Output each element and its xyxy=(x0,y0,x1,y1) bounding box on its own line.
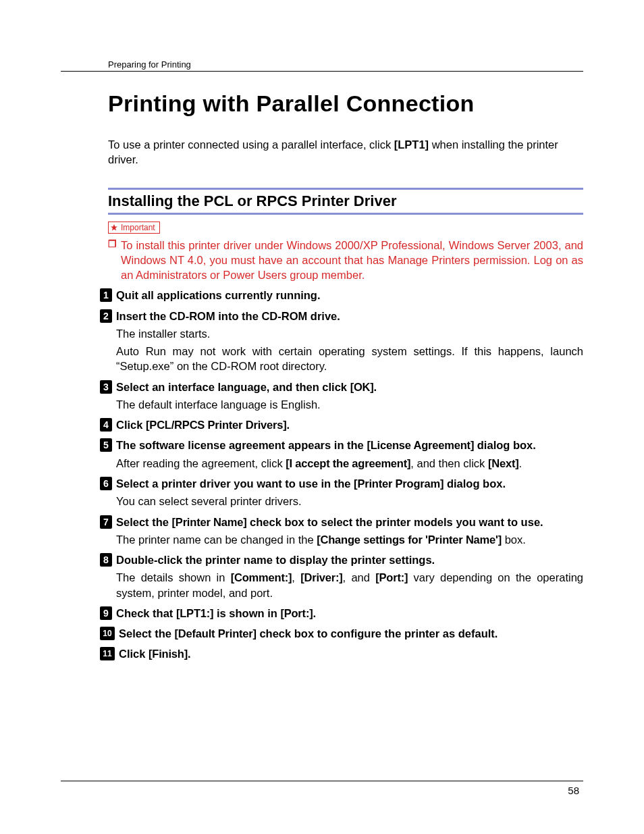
ui-next: [Next] xyxy=(488,457,519,469)
step-title: Double-click the printer name to display… xyxy=(116,552,583,567)
ui-comment: [Comment:] xyxy=(231,571,292,583)
step-title: Select the [Printer Name] check box to s… xyxy=(116,515,583,529)
step-number-icon: 9 xyxy=(100,606,112,620)
section-rule-bottom xyxy=(108,213,583,215)
step-number-icon: 2 xyxy=(100,309,112,323)
important-label: Important xyxy=(121,223,155,232)
step-body: After reading the agreement, click [I ac… xyxy=(116,456,583,471)
svg-marker-0 xyxy=(111,224,117,231)
text: is shown in xyxy=(213,607,280,619)
ui-accept: [I accept the agreement] xyxy=(286,457,410,469)
text: , and xyxy=(343,571,376,583)
ui-printer-program: [Printer Program] xyxy=(354,477,444,490)
text: dialog box. xyxy=(444,477,506,490)
text: dialog box. xyxy=(474,439,536,451)
running-head: Preparing for Printing xyxy=(61,59,583,71)
step-number-icon: 3 xyxy=(100,380,112,394)
text: Click xyxy=(116,419,146,431)
note-bullet-icon: ❐ xyxy=(108,238,117,251)
step-title: Select the [Default Printer] check box t… xyxy=(119,626,583,641)
step-title: Select a printer driver you want to use … xyxy=(116,476,583,491)
intro-ui-lpt1: [LPT1] xyxy=(394,138,429,151)
page-number: 58 xyxy=(568,785,579,796)
step-title: Select an interface language, and then c… xyxy=(116,380,583,394)
ui-pcl-rpcs: [PCL/RPCS Printer Drivers] xyxy=(146,419,286,431)
ui-change-settings: [Change settings for 'Printer Name'] xyxy=(317,533,502,546)
ui-license-agreement: [License Agreement] xyxy=(367,439,474,451)
text: , and then click xyxy=(410,457,488,469)
text: . xyxy=(519,457,522,469)
important-note: ❐ To install this printer driver under W… xyxy=(108,238,583,283)
step-body: Auto Run may not work with certain opera… xyxy=(116,344,583,374)
step-number-icon: 7 xyxy=(100,515,112,529)
text: Click xyxy=(119,648,149,660)
step-body: The default interface language is Englis… xyxy=(116,397,583,412)
step-5: 5 The software license agreement appears… xyxy=(100,438,583,471)
text: The printer name can be changed in the xyxy=(116,533,317,546)
step-number-icon: 8 xyxy=(100,553,112,567)
text: The details shown in xyxy=(116,571,231,583)
step-1: 1 Quit all applications currently runnin… xyxy=(100,288,583,303)
ui-port: [Port:] xyxy=(375,571,408,583)
step-body: The installer starts. xyxy=(116,326,583,341)
step-title: Check that [LPT1:] is shown in [Port:]. xyxy=(116,606,583,621)
section-rule-top xyxy=(108,188,583,190)
text: The software license agreement appears i… xyxy=(116,439,367,451)
step-number-icon: 5 xyxy=(100,438,112,452)
ui-printer-name: [Printer Name] xyxy=(172,516,247,528)
intro-text-pre: To use a printer connected using a paral… xyxy=(108,138,394,151)
page-title: Printing with Parallel Connection xyxy=(108,90,583,117)
text: . xyxy=(188,648,191,660)
step-7: 7 Select the [Printer Name] check box to… xyxy=(100,515,583,548)
text: After reading the agreement, click xyxy=(116,457,286,469)
step-title: The software license agreement appears i… xyxy=(116,438,583,452)
text: , xyxy=(292,571,300,583)
step-3: 3 Select an interface language, and then… xyxy=(100,380,583,413)
star-icon xyxy=(110,224,118,232)
step-4: 4 Click [PCL/RPCS Printer Drivers]. xyxy=(100,417,583,432)
steps-list: 1 Quit all applications currently runnin… xyxy=(100,288,583,661)
step-2: 2 Insert the CD-ROM into the CD-ROM driv… xyxy=(100,309,583,374)
section-heading: Installing the PCL or RPCS Printer Drive… xyxy=(108,192,583,210)
ui-port2: [Port:] xyxy=(280,607,313,619)
step-9: 9 Check that [LPT1:] is shown in [Port:]… xyxy=(100,606,583,621)
text: . xyxy=(313,607,316,619)
important-badge: Important xyxy=(108,221,160,234)
step-number-icon: 10 xyxy=(100,627,115,640)
ui-ok: [OK] xyxy=(350,381,374,393)
step-title: Insert the CD-ROM into the CD-ROM drive. xyxy=(116,309,583,323)
step-body: The details shown in [Comment:], [Driver… xyxy=(116,570,583,600)
text: Select the xyxy=(119,627,175,640)
text: . xyxy=(286,419,290,431)
text: Select an interface language, and then c… xyxy=(116,381,350,393)
step-number-icon: 4 xyxy=(100,418,112,432)
text: Select the xyxy=(116,516,172,528)
step-number-icon: 6 xyxy=(100,477,112,490)
step-title: Click [PCL/RPCS Printer Drivers]. xyxy=(116,417,583,432)
step-body: The printer name can be changed in the [… xyxy=(116,532,583,547)
ui-finish: [Finish] xyxy=(149,648,188,660)
text: . xyxy=(374,381,377,393)
ui-default-printer: [Default Printer] xyxy=(175,627,257,640)
step-6: 6 Select a printer driver you want to us… xyxy=(100,476,583,509)
intro-paragraph: To use a printer connected using a paral… xyxy=(108,137,583,167)
bottom-rule xyxy=(61,781,583,781)
text: check box to select the printer models y… xyxy=(246,516,543,528)
step-10: 10 Select the [Default Printer] check bo… xyxy=(100,626,583,641)
ui-lpt1: [LPT1:] xyxy=(176,607,213,619)
page: Preparing for Printing Printing with Par… xyxy=(0,0,644,834)
text: box. xyxy=(502,533,526,546)
step-title: Click [Finish]. xyxy=(119,646,583,661)
text: check box to configure the printer as de… xyxy=(257,627,498,640)
step-title: Quit all applications currently running. xyxy=(116,288,583,303)
text: Select a printer driver you want to use … xyxy=(116,477,354,490)
step-number-icon: 1 xyxy=(100,288,112,302)
step-11: 11 Click [Finish]. xyxy=(100,646,583,661)
ui-driver: [Driver:] xyxy=(300,571,342,583)
top-rule xyxy=(61,71,583,72)
important-note-text: To install this printer driver under Win… xyxy=(121,238,583,283)
text: Check that xyxy=(116,607,176,619)
step-number-icon: 11 xyxy=(100,647,115,660)
step-body: You can select several printer drivers. xyxy=(116,494,583,509)
step-8: 8 Double-click the printer name to displ… xyxy=(100,552,583,600)
